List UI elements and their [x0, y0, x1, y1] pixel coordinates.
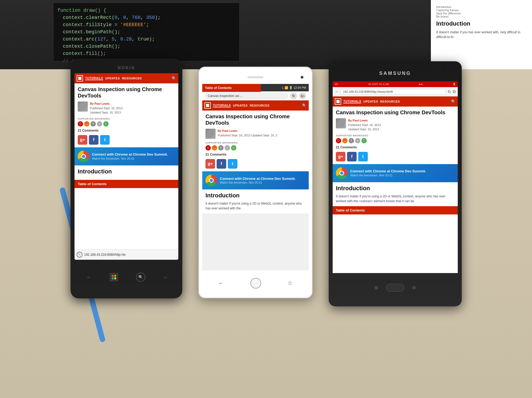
reload-icon[interactable]: ↻ [77, 252, 83, 258]
nav-resources[interactable]: RESOURCES [122, 77, 142, 80]
samsung-avatar-face [337, 120, 345, 127]
samsung-toc-bar[interactable]: Table of Contents [333, 206, 458, 214]
middle-comments[interactable]: 21 Comments [205, 153, 306, 156]
nokia-toc-bar[interactable]: Table of Contents [75, 180, 178, 188]
samsung-tabs-icon[interactable]: ⧉ [453, 89, 456, 94]
author-row: By Paul Lewis Published Sept. 16, 2013 U… [78, 101, 175, 115]
nokia-article-content: Canvas Inspection using Chrome DevTools … [75, 83, 178, 147]
samsung-top-bar: SAMSUNG [333, 65, 458, 81]
middle-banner[interactable]: Connect with Chrome at Chrome Dev Summit… [202, 171, 309, 189]
code-line-5: context.arc(127, 5, 0.28, true); [63, 36, 235, 43]
samsung-url-bar[interactable]: ← 192.168.43.218:8080/http://www.html5 ↻… [333, 87, 458, 96]
samsung-nav: TUTORIALS UPDATES RESOURCES 🔍 [333, 96, 458, 107]
nokia-banner[interactable]: Connect with Chrome at Chrome Dev Summit… [75, 147, 178, 165]
samsung-ie-icon: e [355, 138, 360, 143]
logo-inner-middle [206, 104, 209, 107]
middle-intro-section: Introduction It doesn't matter if you're… [202, 189, 309, 213]
search-icon[interactable]: 🔍 [172, 76, 176, 80]
middle-chrome-logo [205, 174, 217, 186]
middle-nav-updates[interactable]: UPDATES [233, 104, 248, 107]
samsung-site-logo [335, 98, 341, 105]
samsung-fb-button[interactable]: f [347, 152, 357, 161]
middle-article-content: Canvas Inspection using Chrome DevTools … [202, 111, 309, 171]
samsung-chrome-icon: C [361, 138, 367, 143]
browser-icons: O 🦊 S e C [78, 121, 175, 127]
firefox-icon: 🦊 [84, 121, 89, 127]
comments-count[interactable]: 21 Comments [78, 129, 175, 132]
phones-container: NOKIA TUTORIALS UPDATES RESOURCES 🔍 Canv… [13, 59, 519, 306]
ie-icon: e [97, 121, 102, 127]
middle-social-icons: g+ f t [205, 159, 306, 169]
win-logo-q4 [114, 277, 116, 279]
middle-nav-resources[interactable]: RESOURCES [250, 104, 270, 107]
bookmark-button[interactable]: ☆ [287, 280, 293, 287]
middle-browsers-section: SUPPORTED BROWSERS: O 🦊 S e C [205, 141, 306, 151]
samsung-nav-updates[interactable]: UPDATES [363, 100, 378, 103]
signal-wifi: L 📶 🔋 12:04 PM [282, 86, 306, 90]
more-options-button[interactable]: ··· [164, 274, 167, 280]
middle-bottom-controls: ← ☆ [202, 270, 309, 296]
middle-search-icon[interactable]: 🔍 [302, 103, 307, 108]
nav-tutorials[interactable]: TUTORIALS [85, 76, 103, 80]
samsung-intro-body: It doesn't matter if you're using a 2D o… [336, 194, 455, 204]
samsung-search-icon[interactable]: 🔍 [451, 99, 456, 104]
middle-url-bar[interactable]: Canvas Inspection usi ... ↻ 1▷ [202, 91, 309, 100]
middle-gplus-button[interactable]: g+ [205, 159, 215, 169]
samsung-screen: 0/1 Xv: 0.577 Yv: 2.194 ● ● 🔋 ← 192.168.… [333, 81, 458, 273]
middle-author-row: By Paul Lewis Published Sept. 16, 2013 U… [205, 129, 306, 139]
samsung-logo-inner [336, 100, 340, 103]
samsung-chrome-logo [336, 167, 348, 179]
home-button[interactable] [250, 278, 261, 289]
google-plus-button[interactable]: g+ [78, 135, 87, 145]
updated-date: Updated Sept. 16, 2013 [90, 111, 121, 114]
samsung-nav-resources[interactable]: RESOURCES [380, 100, 400, 103]
middle-chrome-icon: C [231, 145, 236, 151]
windows-button[interactable] [110, 273, 118, 281]
nokia-nav: TUTORIALS UPDATES RESOURCES 🔍 [75, 73, 178, 83]
middle-tw-button[interactable]: t [228, 159, 237, 169]
samsung-browser-icons: O 🦊 S e C [336, 138, 455, 143]
middle-nav: TUTORIALS UPDATES RESOURCES 🔍 [202, 100, 309, 111]
samsung-back-button[interactable]: ← [335, 89, 339, 94]
samsung-home-button[interactable] [386, 284, 405, 292]
opera-icon: O [78, 121, 83, 127]
code-line-2: context.clearRect(0, 0, 760, 350); [63, 14, 235, 21]
facebook-button[interactable]: f [89, 135, 98, 145]
samsung-reload-icon[interactable]: ↻ [448, 89, 451, 94]
samsung-indicators: ● ● [419, 83, 423, 86]
published-date: Published Sept. 16, 2013 [90, 107, 123, 110]
tabs-button[interactable]: 1▷ [299, 92, 306, 99]
chrome-logo-inner [81, 154, 86, 159]
middle-nav-tutorials[interactable]: TUTORIALS [213, 104, 231, 107]
middle-chrome-logo-inner [209, 178, 214, 183]
samsung-banner-text: Connect with Chrome at Chrome Dev Summit… [350, 169, 426, 177]
samsung-banner-title: Connect with Chrome at Chrome Dev Summit… [350, 169, 426, 174]
samsung-bottom-controls [333, 273, 458, 302]
search-button[interactable]: 🔍 [136, 273, 145, 282]
samsung-opera-icon: O [336, 138, 341, 143]
reload-button[interactable]: ↻ [290, 92, 297, 99]
samsung-menu-button[interactable] [375, 286, 378, 289]
nokia-address-bar[interactable]: ↻ 192.168.43.218:8080/http://w [75, 249, 178, 260]
middle-author-name: By Paul Lewis [218, 129, 237, 132]
samsung-tw-button[interactable]: t [358, 152, 368, 161]
nokia-intro-section: Introduction [75, 165, 178, 180]
win-logo-q1 [112, 275, 114, 277]
nokia-url: 192.168.43.218:8080/http://w [84, 253, 125, 257]
samsung-back-button[interactable] [413, 286, 416, 289]
samsung-gplus-button[interactable]: g+ [336, 152, 345, 161]
samsung-nav-tutorials[interactable]: TUTORIALS [343, 100, 361, 103]
samsung-article-content: Canvas Inspection using Chrome DevTools … [333, 107, 458, 164]
banner-title: Connect with Chrome at Chrome Dev Summit… [92, 152, 168, 157]
back-arrow-button[interactable]: ← [218, 280, 224, 287]
samsung-comments[interactable]: 21 Comments [336, 145, 455, 149]
middle-toc-overlay[interactable]: Table of Contents [202, 84, 261, 92]
middle-fb-button[interactable]: f [217, 159, 226, 169]
url-input[interactable]: Canvas Inspection usi ... [205, 93, 288, 99]
twitter-button[interactable]: t [100, 135, 110, 145]
samsung-author-info: By Paul Lewis Published Sept. 16, 2013 U… [348, 118, 381, 132]
samsung-banner[interactable]: Connect with Chrome at Chrome Dev Summit… [333, 164, 458, 182]
nav-updates[interactable]: UPDATES [105, 77, 120, 80]
samsung-url-input[interactable]: 192.168.43.218:8080/http://www.html5 [341, 89, 446, 94]
back-button[interactable]: ← [86, 274, 92, 280]
